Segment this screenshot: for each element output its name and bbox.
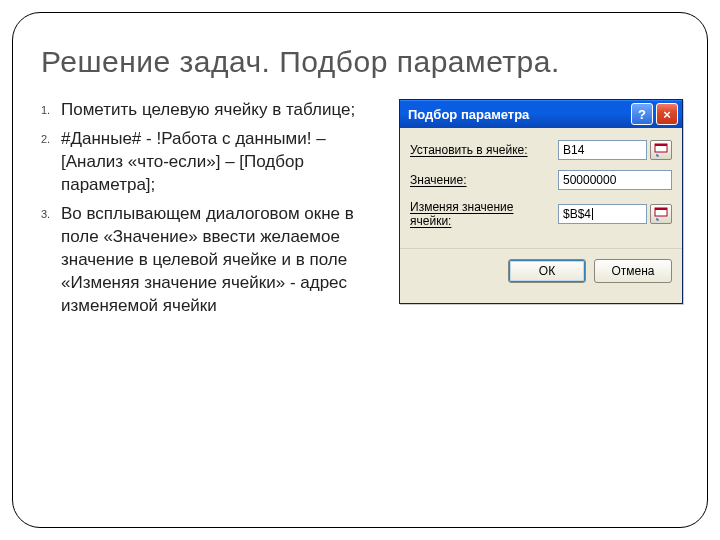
instructions-list: 1. Пометить целевую ячейку в таблице; 2.… <box>41 99 381 323</box>
list-item: 1. Пометить целевую ячейку в таблице; <box>41 99 381 122</box>
label-set-cell: Установить в ячейке: <box>410 143 558 157</box>
dialog-body: Установить в ячейке: B14 Значение: <box>400 128 682 248</box>
list-item: 2. #Данные# - !Работа с данными! – [Анал… <box>41 128 381 197</box>
list-item: 3. Во всплывающем диалоговом окне в поле… <box>41 203 381 318</box>
input-value: B14 <box>563 143 584 157</box>
list-number: 1. <box>41 99 61 122</box>
collapse-dialog-icon <box>654 143 668 157</box>
list-text: Пометить целевую ячейку в таблице; <box>61 99 381 122</box>
list-number: 3. <box>41 203 61 318</box>
slide-title: Решение задач. Подбор параметра. <box>41 45 679 79</box>
row-by-changing: Изменяя значение ячейки: $B$4 <box>410 200 672 228</box>
collapse-dialog-icon <box>654 207 668 221</box>
list-text: #Данные# - !Работа с данными! – [Анализ … <box>61 128 381 197</box>
close-icon: × <box>663 107 671 122</box>
slide-frame: Решение задач. Подбор параметра. 1. Поме… <box>12 12 708 528</box>
cancel-button[interactable]: Отмена <box>594 259 672 283</box>
list-number: 2. <box>41 128 61 197</box>
help-button[interactable]: ? <box>631 103 653 125</box>
input-value: $B$4 <box>563 207 591 221</box>
label-by-changing: Изменяя значение ячейки: <box>410 200 558 228</box>
row-set-cell: Установить в ячейке: B14 <box>410 140 672 160</box>
slide-content: 1. Пометить целевую ячейку в таблице; 2.… <box>41 99 679 323</box>
input-set-cell[interactable]: B14 <box>558 140 647 160</box>
dialog-titlebar[interactable]: Подбор параметра ? × <box>400 100 682 128</box>
close-button[interactable]: × <box>656 103 678 125</box>
ref-picker-by-changing[interactable] <box>650 204 672 224</box>
ok-button[interactable]: ОК <box>508 259 586 283</box>
text-caret <box>592 208 593 220</box>
input-to-value[interactable]: 50000000 <box>558 170 672 190</box>
svg-rect-1 <box>655 144 667 146</box>
input-value: 50000000 <box>563 173 616 187</box>
goal-seek-dialog: Подбор параметра ? × Установить в ячейке… <box>399 99 683 304</box>
ref-picker-set-cell[interactable] <box>650 140 672 160</box>
button-label: Отмена <box>611 264 654 278</box>
input-by-changing[interactable]: $B$4 <box>558 204 647 224</box>
dialog-buttons: ОК Отмена <box>400 248 682 293</box>
label-to-value: Значение: <box>410 173 558 187</box>
question-icon: ? <box>638 107 646 122</box>
button-label: ОК <box>539 264 555 278</box>
svg-rect-3 <box>655 208 667 210</box>
row-to-value: Значение: 50000000 <box>410 170 672 190</box>
list-text: Во всплывающем диалоговом окне в поле «З… <box>61 203 381 318</box>
dialog-title: Подбор параметра <box>408 107 628 122</box>
